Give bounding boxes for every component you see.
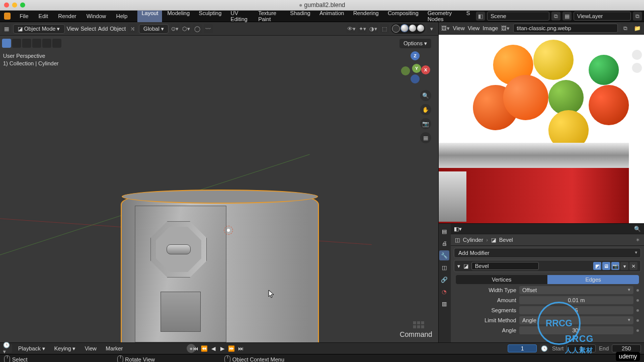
- anim-dot-icon[interactable]: [636, 289, 639, 292]
- pin-icon[interactable]: ✶: [635, 237, 640, 243]
- tab-texture-paint[interactable]: Texture Paint: [254, 9, 285, 23]
- proportional-falloff-icon[interactable]: 〰: [204, 24, 213, 33]
- minimize-icon[interactable]: [12, 3, 17, 8]
- shading-options-icon[interactable]: ▾: [427, 24, 436, 33]
- menu-window[interactable]: Window: [83, 12, 110, 20]
- proportional-icon[interactable]: ◯: [193, 24, 202, 33]
- delete-modifier-icon[interactable]: ✕: [629, 262, 637, 270]
- play-icon[interactable]: ▶: [218, 344, 226, 352]
- tab-constraint-props-icon[interactable]: 🔗: [439, 275, 449, 285]
- angle-field[interactable]: 30°: [519, 326, 633, 334]
- close-icon[interactable]: [4, 3, 9, 8]
- anim-dot-icon[interactable]: [636, 299, 639, 302]
- scene-icon[interactable]: ◧: [476, 12, 485, 21]
- menu-render[interactable]: Render: [54, 12, 80, 20]
- expand-icon[interactable]: ▾: [457, 263, 460, 269]
- breadcrumb-modifier[interactable]: Bevel: [499, 237, 513, 243]
- img-menu-view1[interactable]: View: [453, 25, 465, 31]
- tab-geometry-nodes[interactable]: Geometry Nodes: [424, 9, 461, 23]
- tab-layout[interactable]: Layout: [137, 9, 162, 23]
- img-pan-icon[interactable]: [632, 63, 642, 73]
- tab-render-props-icon[interactable]: ▤: [439, 226, 449, 236]
- editor-type-icon[interactable]: ▦: [2, 24, 11, 33]
- viewport-canvas[interactable]: Command: [0, 36, 438, 342]
- timeline[interactable]: 🕒▾ Playback ▾ Keying ▾ View Marker ● ⏮ ⏪…: [0, 342, 644, 354]
- end-frame-field[interactable]: 250: [612, 344, 641, 352]
- vp-menu-view[interactable]: View: [67, 26, 79, 32]
- tab-output-props-icon[interactable]: 🖨: [439, 238, 449, 248]
- image-editor[interactable]: 🖼▾ View View Image 🖼▾ titan-classic.png.…: [439, 22, 644, 224]
- menu-file[interactable]: File: [16, 12, 33, 20]
- anim-dot-icon[interactable]: [636, 309, 639, 312]
- overlay-icon[interactable]: ◑▾: [369, 24, 378, 33]
- tab-more[interactable]: S: [462, 9, 474, 23]
- tab-data-props-icon[interactable]: ▥: [439, 299, 449, 309]
- jump-end-icon[interactable]: ⏭: [236, 344, 245, 352]
- menu-edit[interactable]: Edit: [35, 12, 52, 20]
- wireframe-shading-icon[interactable]: [392, 25, 400, 33]
- gizmo-icon[interactable]: ✦▾: [358, 24, 367, 33]
- zoom-icon[interactable]: [20, 3, 25, 8]
- tab-animation[interactable]: Animation: [315, 9, 348, 23]
- snap-icon[interactable]: ⬡▾: [182, 24, 191, 33]
- orientation-icon[interactable]: ⤭: [128, 24, 137, 33]
- scene-field[interactable]: Scene: [487, 12, 549, 21]
- frame-clock-icon[interactable]: 🕓: [540, 344, 549, 353]
- modifier-name-field[interactable]: Bevel: [471, 262, 539, 270]
- display-realtime-icon[interactable]: 🖥: [602, 262, 610, 270]
- tab-shading[interactable]: Shading: [286, 9, 314, 23]
- anim-dot-icon[interactable]: [636, 319, 639, 322]
- image-editor-type-icon[interactable]: 🖼▾: [441, 24, 450, 33]
- amount-field[interactable]: 0.01 m: [519, 296, 633, 304]
- mode-select[interactable]: ◪ Object Mode ▾: [13, 24, 65, 34]
- open-image-icon[interactable]: 📁: [633, 24, 642, 33]
- img-zoom-icon[interactable]: [632, 50, 642, 60]
- img-menu-view2[interactable]: View: [468, 25, 480, 31]
- affect-vertices[interactable]: Vertices: [456, 275, 547, 284]
- jump-start-icon[interactable]: ⏮: [191, 344, 199, 352]
- pivot-icon[interactable]: ⊙▾: [171, 24, 180, 33]
- add-modifier-button[interactable]: Add Modifier: [454, 248, 641, 258]
- tab-sculpting[interactable]: Sculpting: [195, 9, 225, 23]
- current-frame-field[interactable]: 1: [508, 344, 537, 352]
- tab-object-props-icon[interactable]: ◫: [439, 262, 449, 273]
- new-scene-icon[interactable]: ⧉: [551, 12, 560, 21]
- display-render-icon[interactable]: 📷: [611, 262, 619, 270]
- visibility-icon[interactable]: 👁▾: [347, 24, 356, 33]
- tab-uv-editing[interactable]: UV Editing: [226, 9, 253, 23]
- play-rev-icon[interactable]: ◀: [209, 344, 217, 352]
- img-menu-image[interactable]: Image: [482, 25, 498, 31]
- vp-menu-select[interactable]: Select: [80, 26, 96, 32]
- search-icon[interactable]: 🔍: [634, 226, 641, 232]
- vp-menu-object[interactable]: Object: [110, 26, 126, 32]
- keyframe-prev-icon[interactable]: ⏪: [200, 344, 208, 352]
- affect-edges[interactable]: Edges: [547, 275, 639, 284]
- search-options-icon[interactable]: ◧▾: [454, 226, 462, 232]
- image-link-icon[interactable]: 🖼▾: [501, 24, 510, 33]
- solid-shading-icon[interactable]: [401, 25, 408, 32]
- segments-field[interactable]: 6: [519, 306, 633, 314]
- anim-dot-icon[interactable]: [636, 329, 639, 332]
- orientation-select[interactable]: Global ▾: [139, 24, 169, 34]
- tl-menu-playback[interactable]: Playback ▾: [15, 345, 48, 352]
- display-editmode-icon[interactable]: ◩: [593, 262, 601, 270]
- image-name-field[interactable]: titan-classic.png.webp: [513, 24, 618, 33]
- tab-modeling[interactable]: Modeling: [163, 9, 194, 23]
- start-frame-field[interactable]: 1: [567, 344, 596, 352]
- tl-menu-marker[interactable]: Marker: [103, 345, 126, 351]
- breadcrumb-object[interactable]: Cylinder: [463, 237, 483, 243]
- width-type-select[interactable]: Offset: [519, 286, 633, 294]
- rendered-shading-icon[interactable]: [417, 25, 424, 32]
- tab-compositing[interactable]: Compositing: [384, 9, 423, 23]
- vp-menu-add[interactable]: Add: [98, 26, 108, 32]
- xray-icon[interactable]: ⬚: [380, 24, 389, 33]
- tab-modifier-props-icon[interactable]: 🔧: [439, 250, 449, 260]
- limit-method-select[interactable]: Angle: [519, 316, 633, 324]
- bevel-affect-toggle[interactable]: Vertices Edges: [456, 275, 639, 284]
- keyframe-next-icon[interactable]: ⏩: [227, 344, 235, 352]
- viewport-3d[interactable]: ▦ ◪ Object Mode ▾ View Select Add Object…: [0, 22, 439, 342]
- timeline-editor-icon[interactable]: 🕒▾: [3, 344, 12, 353]
- tab-material-props-icon[interactable]: ◔: [439, 287, 449, 297]
- matprev-shading-icon[interactable]: [409, 25, 416, 32]
- new-image-icon[interactable]: ⧉: [621, 24, 630, 33]
